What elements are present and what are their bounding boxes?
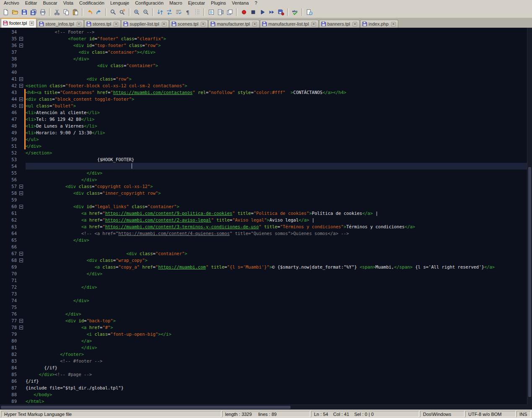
menu-item-editar[interactable]: Editar [22,0,40,6]
fold-collapse-icon[interactable] [18,35,24,42]
code-line-44[interactable]: 44<div class="block_content toggle-foote… [0,96,527,102]
code-line-64[interactable]: 64 <!-- <a href="https://muambi.com/cont… [0,230,527,237]
find-button[interactable] [109,8,118,17]
spell-check-button[interactable]: abc [291,8,300,17]
code-line-81[interactable]: 81 </div> [0,344,527,351]
fold-collapse-icon[interactable] [18,190,24,196]
tab-close-icon[interactable]: ✕ [77,22,81,26]
fold-collapse-icon[interactable] [18,42,24,49]
code-line-69[interactable]: 69 <a class="copy_a" href="https://muamb… [0,264,527,270]
cut-button[interactable] [52,8,62,17]
function-list-button[interactable] [207,8,216,17]
code-line-45[interactable]: 45<ul class="bullet"> [0,102,527,109]
code-line-55[interactable]: 55 </div> [0,170,527,176]
code-line-63[interactable]: 63 <a href="https://muambi.com/content/3… [0,223,527,230]
tab-close-icon[interactable]: ✕ [201,22,205,26]
show-indent-guide-button[interactable] [192,8,202,17]
code-line-75[interactable]: 75 [0,304,527,311]
tab-footer-tpl[interactable]: footer.tpl✕ [1,18,36,28]
copy-button[interactable] [62,8,71,17]
show-all-characters-button[interactable]: ¶ [183,8,192,17]
menu-item-archivo[interactable]: Archivo [1,0,22,6]
code-line-41[interactable]: 41 <div class="row"> [0,76,527,82]
document-map-button[interactable] [216,8,225,17]
stop-macro-recording-button[interactable] [249,8,258,17]
menu-item-vista[interactable]: Vista [60,0,76,6]
code-line-52[interactable]: 52</section> [0,149,527,156]
code-line-39[interactable]: 39 <div class="container"> [0,62,527,69]
code-line-59[interactable]: 59 [0,196,527,203]
code-line-76[interactable]: 76 </div> [0,311,527,317]
tab-close-icon[interactable]: ✕ [311,22,316,26]
sync-horizontal-scrolling-button[interactable] [165,8,174,17]
paste-button[interactable] [71,8,80,17]
fold-collapse-icon[interactable] [18,257,24,264]
new-file-button[interactable] [1,8,10,17]
tab-close-icon[interactable]: ✕ [252,22,257,26]
tab-close-icon[interactable]: ✕ [162,22,166,26]
playback-macro-button[interactable] [258,8,267,17]
code-line-85[interactable]: 85 </div><!-- #page --> [0,371,527,378]
code-line-83[interactable]: 83 <!-- #footer --> [0,358,527,364]
undo-button[interactable] [85,8,94,17]
fold-collapse-icon[interactable] [18,102,24,109]
code-line-78[interactable]: 78 <a href="#"> [0,324,527,331]
code-line-65[interactable]: 65 </div> [0,237,527,243]
tab-manufacturer-list-tpl[interactable]: manufacturer-list.tpl✕ [260,20,319,28]
code-line-51[interactable]: 51</div> [0,143,527,149]
replace-button[interactable] [118,8,127,17]
code-line-34[interactable]: 34 <!-- Footer --> [0,29,527,35]
code-line-86[interactable]: 86{/if} [0,378,527,384]
code-line-60[interactable]: 60 <div id="legal_links" class="containe… [0,203,527,210]
code-line-66[interactable]: 66 [0,243,527,250]
code-line-35[interactable]: 35 <footer id="footer" class="clearfix"> [0,35,527,42]
save-all-button[interactable] [29,8,38,17]
horizontal-scrollbar-thumb[interactable] [1,406,291,409]
redo-button[interactable] [94,8,104,17]
menu-item-ventana[interactable]: Ventana [229,0,252,6]
code-line-62[interactable]: 62 <a href="https://muambi.com/content/2… [0,217,527,223]
open-file-button[interactable] [10,8,20,17]
code-line-38[interactable]: 38 </div> [0,55,527,62]
code-line-71[interactable]: 71 [0,277,527,284]
menu-item-?[interactable]: ? [252,0,260,6]
code-line-53[interactable]: 53 {$HOOK_FOOTER} [0,156,527,163]
code-line-82[interactable]: 82 </footer> [0,351,527,358]
fold-collapse-icon[interactable] [18,82,24,89]
code-line-67[interactable]: 67 <div class="container"> [0,250,527,257]
code-line-40[interactable]: 40 [0,69,527,76]
code-line-84[interactable]: 84 {/if} [0,364,527,371]
word-wrap-button[interactable] [174,8,183,17]
code-line-77[interactable]: 77 <div id="back-top"> [0,317,527,324]
tab-scenes-tpl[interactable]: scenes.tpl✕ [169,20,208,28]
code-line-70[interactable]: 70 </div> [0,270,527,277]
document-switcher-button[interactable] [225,8,234,17]
menu-item-lenguaje[interactable]: Lenguaje [107,0,132,6]
fold-collapse-icon[interactable] [18,183,24,190]
editor[interactable]: 34 <!-- Footer -->35 <footer id="footer"… [0,28,532,410]
fold-collapse-icon[interactable] [18,317,24,324]
code-line-37[interactable]: 37 <div class="container"></div> [0,49,527,55]
tab-close-icon[interactable]: ✕ [353,22,357,26]
record-macro-button[interactable] [239,8,249,17]
code-line-48[interactable]: 48<li>De Lunes a Viernes</li> [0,123,527,129]
horizontal-scrollbar[interactable] [0,405,527,410]
code-line-58[interactable]: 58 <div class="inner_copyright row"> [0,190,527,196]
sync-vertical-scrolling-button[interactable] [156,8,165,17]
tab-banners-tpl[interactable]: banners.tpl✕ [319,20,360,28]
tab-supplier-list-tpl[interactable]: supplier-list.tpl✕ [121,20,169,28]
code-line-54[interactable]: 54 [0,163,527,170]
code-line-46[interactable]: 46<li>Atención al cliente</li> [0,109,527,116]
code-line-61[interactable]: 61 <a href="https://muambi.com/content/9… [0,210,527,217]
code-line-88[interactable]: 88 </body> [0,391,527,398]
code-line-73[interactable]: 73 [0,290,527,297]
tab-store-infos-tpl[interactable]: store_infos.tpl✕ [37,20,83,28]
vertical-scrollbar-thumb[interactable] [528,167,531,397]
tab-stores-tpl[interactable]: stores.tpl✕ [84,20,121,28]
code-line-49[interactable]: 49<li>Horario: 9:00 / 13:30</li> [0,129,527,136]
code-line-74[interactable]: 74 </div> [0,297,527,304]
tab-close-icon[interactable]: ✕ [114,22,118,26]
code-line-47[interactable]: 47<li>Tel: 96 129 42 80</li> [0,116,527,123]
file-monitoring-button[interactable] [305,8,314,17]
fold-collapse-icon[interactable] [18,324,24,331]
